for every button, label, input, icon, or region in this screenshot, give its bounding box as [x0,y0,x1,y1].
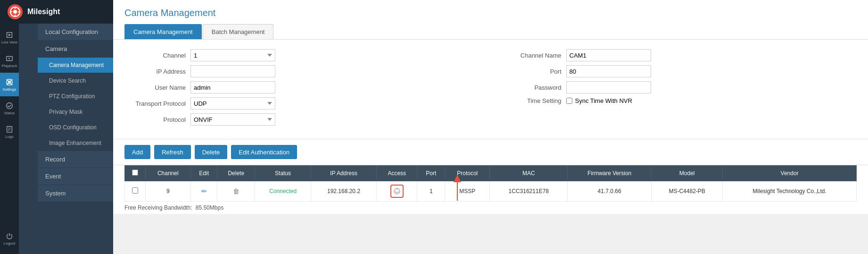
nav-live-view[interactable]: Live View [0,25,19,49]
col-access: Access [377,166,417,181]
channel-label: Channel [124,52,186,59]
col-status: Status [255,166,311,181]
bandwidth-info: Free Receiving Bandwidth: 85.50Mbps [113,202,868,214]
sidebar-item-event[interactable]: Event [38,168,113,185]
sidebar-item-local-configuration[interactable]: Local Configuration [38,24,113,41]
access-button[interactable] [390,185,404,198]
camera-form: Channel 123 IP Address User Name [113,40,868,139]
svg-point-1 [13,10,17,14]
bandwidth-label: Free Receiving Bandwidth: [124,204,192,211]
row-channel: 9 [145,181,191,202]
sidebar-header: Milesight [0,0,113,24]
row-ip: 192.168.20.2 [311,181,377,202]
page-header: Camera Management Camera Management Batc… [113,0,868,40]
channel-name-input[interactable] [566,49,651,61]
port-label: Port [500,68,562,75]
ip-address-input[interactable] [190,65,275,77]
nav-logout[interactable]: Logout [0,227,19,250]
row-access[interactable] [377,181,417,202]
add-button[interactable]: Add [124,145,150,159]
nav-playback[interactable]: Playback [0,49,19,73]
svg-point-7 [7,102,13,109]
main-content: Camera Management Camera Management Batc… [113,0,868,254]
tab-bar: Camera Management Batch Management [124,24,857,39]
row-edit[interactable]: ✏ [191,181,217,202]
select-all-checkbox[interactable] [132,169,138,176]
password-input[interactable] [566,81,651,93]
col-delete: Delete [217,166,255,181]
delete-icon[interactable]: 🗑 [233,187,240,195]
row-port: 1 [417,181,445,202]
ip-address-label: IP Address [124,68,186,75]
page-title: Camera Management [124,8,857,18]
transport-select[interactable]: UDPTCP [190,97,275,110]
col-firmware: Firmware Version [568,166,652,181]
sidebar-item-camera[interactable]: Camera [38,41,113,58]
sidebar-item-device-search[interactable]: Device Search [38,73,113,89]
refresh-button[interactable]: Refresh [154,145,191,159]
bandwidth-value: 85.50Mbps [196,204,223,211]
sidebar-item-privacy-mask[interactable]: Privacy Mask [38,104,113,120]
row-check [125,181,146,202]
protocol-label: Protocol [124,116,186,123]
channel-select[interactable]: 123 [190,49,275,61]
col-check [125,166,146,181]
camera-table: Channel Edit Delete Status IP Address Ac… [113,165,868,202]
row-firmware: 41.7.0.66 [568,181,652,202]
nav-status[interactable]: Status [0,96,19,120]
sidebar-item-image-enhancement[interactable]: Image Enhancement [38,135,113,151]
action-buttons: Add Refresh Delete Edit Authentication [113,139,868,165]
nav-settings[interactable]: Settings [0,73,19,96]
col-mac: MAC [490,166,568,181]
col-vendor: Vendor [723,166,857,181]
row-checkbox[interactable] [132,187,138,194]
row-status: Connected [255,181,311,202]
edit-auth-button[interactable]: Edit Authentication [231,145,297,159]
sidebar: Milesight Live View Playback Settings [0,0,113,254]
brand-name: Milesight [27,8,60,16]
col-port: Port [417,166,445,181]
col-protocol: Protocol [445,166,490,181]
user-name-label: User Name [124,84,186,91]
user-name-input[interactable] [190,81,275,93]
sidebar-item-ptz-configuration[interactable]: PTZ Configuration [38,89,113,104]
row-mac: 1CC316211E78 [490,181,568,202]
sidebar-item-record[interactable]: Record [38,151,113,168]
time-setting-label: Time Setting [500,97,562,104]
transport-label: Transport Protocol [124,100,186,107]
table-row: 9 ✏ 🗑 Connected 192.168.20.2 [125,181,857,202]
sidebar-item-camera-management[interactable]: Camera Management [38,58,113,73]
sidebar-nav: Local Configuration Camera Camera Manage… [38,24,113,254]
logo-icon [8,4,23,19]
sync-time-checkbox[interactable] [566,98,572,104]
col-model: Model [652,166,723,181]
password-label: Password [500,84,562,91]
col-channel: Channel [145,166,191,181]
protocol-select[interactable]: ONVIFRTSP [190,113,275,126]
port-input[interactable] [566,65,651,77]
col-ip: IP Address [311,166,377,181]
sidebar-item-osd-configuration[interactable]: OSD Configuration [38,120,113,135]
row-model: MS-C4482-PB [652,181,723,202]
col-edit: Edit [191,166,217,181]
delete-button[interactable]: Delete [195,145,228,159]
tab-camera-management[interactable]: Camera Management [124,24,202,39]
row-protocol: MSSP [445,181,490,202]
row-delete[interactable]: 🗑 [217,181,255,202]
channel-name-label: Channel Name [500,52,562,59]
edit-icon[interactable]: ✏ [201,187,207,195]
tab-batch-management[interactable]: Batch Management [203,24,274,39]
row-vendor: Milesight Technology Co.,Ltd. [723,181,857,202]
sync-time-label: Sync Time With NVR [575,97,632,104]
sidebar-item-system[interactable]: System [38,185,113,202]
nav-logs[interactable]: Logs [0,120,19,144]
